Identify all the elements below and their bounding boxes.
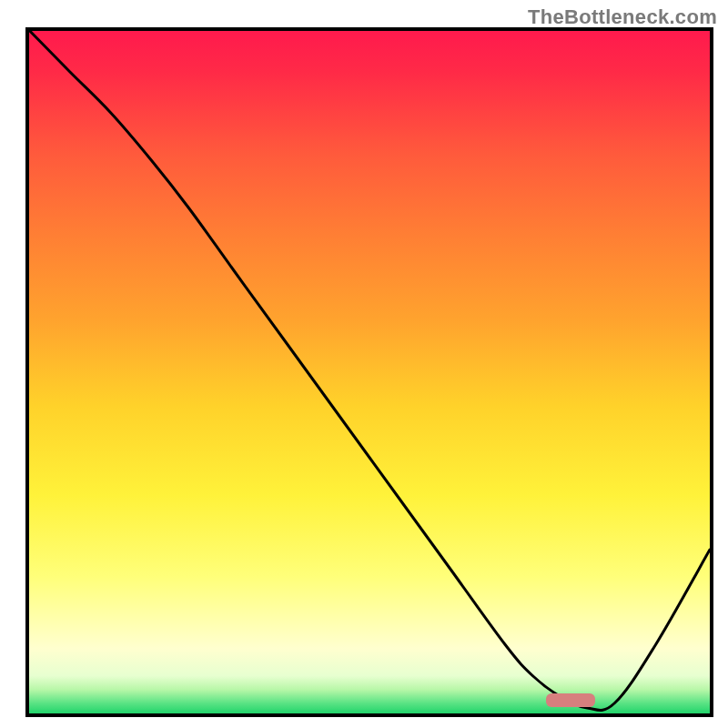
watermark-text: TheBottleneck.com xyxy=(528,5,717,29)
bottleneck-curve xyxy=(29,31,710,713)
chart-stage: TheBottleneck.com xyxy=(0,0,728,728)
minimum-marker xyxy=(546,693,595,707)
series-bottleneck-curve xyxy=(31,32,711,711)
